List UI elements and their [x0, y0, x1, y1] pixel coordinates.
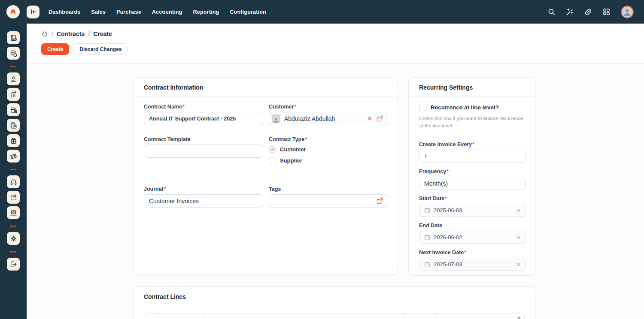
radio-customer[interactable]: Customer: [269, 146, 388, 153]
recurrence-checkbox-label[interactable]: Recurrence at line level?: [431, 104, 499, 111]
table-settings-gear-icon[interactable]: [516, 316, 522, 319]
app-logo[interactable]: [6, 5, 20, 18]
menu-dashboards[interactable]: Dashboards: [49, 9, 80, 15]
required-marker: *: [464, 250, 466, 256]
start-date-input[interactable]: 2025-06-03 ×: [419, 204, 526, 217]
contract-name-label: Contract Name*: [144, 104, 263, 110]
menu-reporting[interactable]: Reporting: [193, 9, 219, 15]
contract-name-input[interactable]: Annual IT Support Contract - 2025: [144, 112, 263, 125]
documents-folder-icon[interactable]: [7, 191, 20, 204]
table-header-cell[interactable]: [436, 314, 465, 319]
sidebar-collapse-button[interactable]: [27, 6, 39, 18]
radio-unchecked-icon: [269, 157, 276, 164]
collapse-left-icon: [30, 9, 36, 15]
breadcrumb: / Contracts / Create: [41, 30, 644, 37]
radio-checked-icon: [269, 146, 276, 153]
customer-field: Customer* Abdulaziz Abdullah ✕: [269, 104, 388, 125]
next-invoice-date-input[interactable]: 2025-07-03 ×: [419, 258, 526, 271]
contract-lines-card: Contract Lines: [133, 286, 535, 319]
frequency-label: Frequency*: [419, 169, 525, 175]
clear-start-date-icon[interactable]: ×: [516, 207, 520, 214]
magic-wand-icon[interactable]: [566, 8, 574, 16]
table-header-cell[interactable]: [404, 314, 436, 319]
contract-type-field: Contract Type* Customer Supplier: [269, 136, 388, 168]
analytics-chart-icon[interactable]: [7, 88, 20, 101]
clear-next-invoice-date-icon[interactable]: ×: [516, 261, 520, 268]
table-header-cell[interactable]: [238, 314, 266, 319]
calculator-coin-icon[interactable]: [7, 47, 20, 60]
settings-gear-icon[interactable]: [7, 232, 20, 245]
main-menu: Dashboards Sales Purchase Accounting Rep…: [49, 9, 266, 15]
customer-input[interactable]: Abdulaziz Abdullah ✕: [269, 112, 388, 125]
table-header-cell[interactable]: [465, 314, 494, 319]
menu-purchase[interactable]: Purchase: [116, 9, 141, 15]
recurrence-checkbox-row: Recurrence at line level?: [419, 104, 525, 111]
create-invoice-every-label: Create Invoice Every*: [419, 141, 525, 147]
journal-input[interactable]: Customer Invoices: [144, 194, 263, 208]
contract-template-field: Contract Template: [144, 136, 263, 168]
table-header-cell[interactable]: [324, 314, 371, 319]
required-marker: *: [305, 136, 307, 142]
menu-accounting[interactable]: Accounting: [152, 9, 182, 15]
recurring-settings-card: Recurring Settings Recurrence at line le…: [408, 77, 535, 276]
contract-name-field: Contract Name* Annual IT Support Contrac…: [144, 104, 263, 125]
clear-customer-icon[interactable]: ✕: [368, 115, 372, 122]
page-header: / Contracts / Create Create Discard Chan…: [27, 24, 644, 63]
calendar-icon: [424, 235, 430, 241]
open-customer-icon[interactable]: [377, 115, 383, 122]
contract-template-label: Contract Template: [144, 136, 263, 142]
attachment-icon[interactable]: [584, 8, 592, 16]
table-header-cell[interactable]: [371, 314, 404, 319]
table-header-cell[interactable]: [144, 314, 159, 319]
pos-terminal-icon[interactable]: [7, 150, 20, 163]
table-header-cell[interactable]: [494, 314, 524, 319]
table-header-cell[interactable]: [266, 314, 296, 319]
breadcrumb-create: Create: [93, 30, 112, 37]
create-button[interactable]: Create: [41, 43, 69, 55]
clear-end-date-icon[interactable]: ×: [516, 234, 520, 241]
create-invoice-every-field: Create Invoice Every* 1: [419, 141, 525, 163]
journal-label: Journal*: [144, 186, 263, 192]
menu-configuration[interactable]: Configuration: [230, 9, 266, 15]
frequency-input[interactable]: Month(s): [419, 177, 526, 190]
table-header-cell[interactable]: [204, 314, 238, 319]
start-date-label: Start Date*: [419, 196, 525, 202]
breadcrumb-contracts[interactable]: Contracts: [57, 30, 85, 37]
table-header-cell[interactable]: [159, 314, 204, 319]
invoice-clipboard-icon[interactable]: [7, 119, 20, 132]
start-date-field: Start Date* 2025-06-03 ×: [419, 196, 525, 217]
contract-template-input[interactable]: [144, 144, 263, 158]
apps-grid-icon[interactable]: [603, 8, 610, 15]
logout-icon[interactable]: [7, 258, 20, 271]
end-date-label: End Date: [419, 223, 525, 229]
contract-lines-table-header: [144, 313, 525, 319]
journal-field: Journal* Customer Invoices: [144, 186, 263, 208]
home-icon[interactable]: [41, 30, 48, 37]
action-buttons: Create Discard Changes: [41, 43, 644, 55]
discard-changes-button[interactable]: Discard Changes: [73, 43, 128, 55]
recurrence-checkbox[interactable]: [419, 104, 426, 111]
customer-label: Customer*: [269, 104, 388, 110]
create-invoice-every-input[interactable]: 1: [419, 150, 526, 163]
customer-value: Abdulaziz Abdullah: [284, 115, 335, 122]
end-date-input[interactable]: 2026-06-02 ×: [419, 231, 526, 244]
support-headset-icon[interactable]: [7, 175, 20, 188]
required-marker: *: [447, 169, 449, 175]
radio-supplier[interactable]: Supplier: [269, 157, 388, 164]
search-icon[interactable]: [548, 8, 555, 15]
logo-mark-icon: [9, 8, 17, 16]
table-header-cell[interactable]: [296, 314, 324, 319]
tags-input[interactable]: [269, 194, 388, 208]
user-avatar[interactable]: [621, 6, 634, 18]
required-marker: *: [472, 141, 474, 147]
package-add-icon[interactable]: [7, 103, 20, 116]
inventory-box-icon[interactable]: [7, 134, 20, 147]
open-tags-icon[interactable]: [377, 198, 383, 204]
laptop-icon[interactable]: [7, 206, 20, 219]
ledger-clock-icon[interactable]: [7, 31, 20, 44]
contract-type-label: Contract Type*: [269, 136, 388, 142]
tags-label: Tags: [269, 186, 388, 192]
menu-sales[interactable]: Sales: [91, 9, 106, 15]
customer-avatar: [272, 114, 280, 123]
sales-hand-icon[interactable]: [7, 72, 20, 85]
